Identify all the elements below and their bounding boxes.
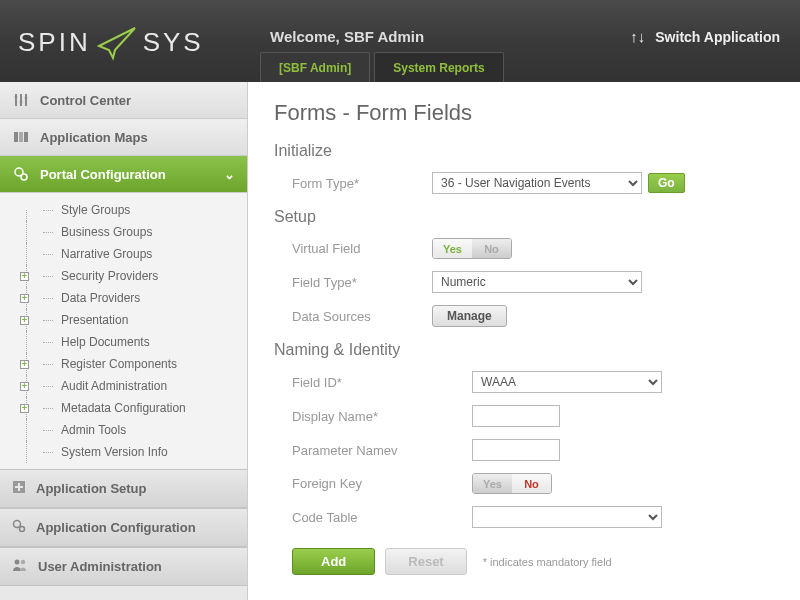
field-id-select[interactable]: WAAA [472,371,662,393]
tree-item-metadata-configuration[interactable]: +Metadata Configuration [0,397,247,419]
sidebar-item-label: Application Setup [36,481,147,496]
row-code-table: Code Table [274,500,774,534]
parameter-name-input[interactable] [472,439,560,461]
display-name-input[interactable] [472,405,560,427]
page-title: Forms - Form Fields [274,100,774,126]
sliders-icon [12,91,30,109]
logo-text-right: SYS [143,27,204,58]
row-parameter-name: Parameter Namev [274,433,774,467]
chevron-down-icon: ⌄ [224,167,235,182]
svg-point-9 [14,521,21,528]
sidebar-item-application-configuration[interactable]: Application Configuration [0,508,247,547]
toggle-yes[interactable]: Yes [433,239,472,258]
section-naming: Naming & Identity [274,341,774,359]
svg-point-7 [21,174,27,180]
app-header: SPIN SYS Welcome, SBF Admin ↑↓ Switch Ap… [0,0,800,82]
reset-button[interactable]: Reset [385,548,466,575]
tree-item-style-groups[interactable]: Style Groups [0,199,247,221]
plus-square-icon [12,480,26,497]
sidebar-item-application-setup[interactable]: Application Setup [0,469,247,508]
manage-button[interactable]: Manage [432,305,507,327]
expand-icon[interactable]: + [20,404,29,413]
field-type-label: Field Type* [292,275,432,290]
virtual-field-label: Virtual Field [292,241,432,256]
sidebar-item-label: Application Configuration [36,520,196,535]
row-field-id: Field ID* WAAA [274,365,774,399]
sidebar-item-application-maps[interactable]: Application Maps [0,119,247,156]
tree-item-system-version-info[interactable]: System Version Info [0,441,247,463]
tree-item-data-providers[interactable]: +Data Providers [0,287,247,309]
main-layout: Control Center Application Maps Portal C… [0,82,800,600]
sidebar-tree: Style Groups Business Groups Narrative G… [0,193,247,469]
code-table-label: Code Table [292,510,472,525]
expand-icon[interactable]: + [20,316,29,325]
svg-point-0 [15,96,18,99]
toggle-no[interactable]: No [472,239,511,258]
svg-point-2 [25,97,28,100]
row-form-type: Form Type* 36 - User Navigation Events G… [274,166,774,200]
row-field-type: Field Type* Numeric [274,265,774,299]
tree-item-help-documents[interactable]: Help Documents [0,331,247,353]
tree-item-narrative-groups[interactable]: Narrative Groups [0,243,247,265]
virtual-field-toggle[interactable]: Yes No [432,238,512,259]
foreign-key-label: Foreign Key [292,476,472,491]
section-initialize: Initialize [274,142,774,160]
svg-point-11 [15,560,20,565]
logo: SPIN SYS [18,22,204,62]
tree-item-register-components[interactable]: +Register Components [0,353,247,375]
switch-application-button[interactable]: ↑↓ Switch Application [630,28,780,45]
expand-icon[interactable]: + [20,294,29,303]
expand-icon[interactable]: + [20,382,29,391]
row-actions: Add Reset * indicates mandatory field [274,534,774,581]
sidebar-item-label: User Administration [38,559,162,574]
sidebar-item-label: Application Maps [40,130,148,145]
row-virtual-field: Virtual Field Yes No [274,232,774,265]
tab-sbf-admin[interactable]: [SBF Admin] [260,52,370,82]
sidebar-item-label: Portal Configuration [40,167,166,182]
sidebar-item-control-center[interactable]: Control Center [0,82,247,119]
switch-label: Switch Application [655,29,780,45]
foreign-key-toggle[interactable]: Yes No [472,473,552,494]
sidebar-item-user-administration[interactable]: User Administration [0,547,247,586]
tree-item-business-groups[interactable]: Business Groups [0,221,247,243]
swap-icon: ↑↓ [630,28,645,45]
sidebar: Control Center Application Maps Portal C… [0,82,248,600]
svg-rect-3 [14,132,18,142]
tree-item-security-providers[interactable]: +Security Providers [0,265,247,287]
logo-text-left: SPIN [18,27,91,58]
toggle-yes[interactable]: Yes [473,474,512,493]
svg-point-1 [20,101,23,104]
svg-rect-4 [19,132,23,142]
data-sources-label: Data Sources [292,309,432,324]
tree-item-presentation[interactable]: +Presentation [0,309,247,331]
paper-plane-icon [97,22,137,62]
content-area: Forms - Form Fields Initialize Form Type… [248,82,800,600]
row-data-sources: Data Sources Manage [274,299,774,333]
field-type-select[interactable]: Numeric [432,271,642,293]
add-button[interactable]: Add [292,548,375,575]
map-icon [12,128,30,146]
expand-icon[interactable]: + [20,360,29,369]
row-display-name: Display Name* [274,399,774,433]
row-foreign-key: Foreign Key Yes No [274,467,774,500]
form-type-select[interactable]: 36 - User Navigation Events [432,172,642,194]
header-tabs: [SBF Admin] System Reports [260,52,508,82]
gears-icon [12,165,30,183]
code-table-select[interactable] [472,506,662,528]
tree-item-audit-administration[interactable]: +Audit Administration [0,375,247,397]
expand-icon[interactable]: + [20,272,29,281]
sidebar-item-portal-configuration[interactable]: Portal Configuration ⌄ [0,156,247,193]
svg-point-12 [21,560,25,564]
sidebar-item-label: Control Center [40,93,131,108]
go-button[interactable]: Go [648,173,685,193]
parameter-name-label: Parameter Namev [292,443,472,458]
mandatory-note: * indicates mandatory field [483,556,612,568]
welcome-text: Welcome, SBF Admin [270,28,424,45]
users-icon [12,558,28,575]
svg-rect-5 [24,132,28,142]
display-name-label: Display Name* [292,409,472,424]
tab-system-reports[interactable]: System Reports [374,52,503,82]
svg-point-10 [20,527,25,532]
toggle-no[interactable]: No [512,474,551,493]
tree-item-admin-tools[interactable]: Admin Tools [0,419,247,441]
